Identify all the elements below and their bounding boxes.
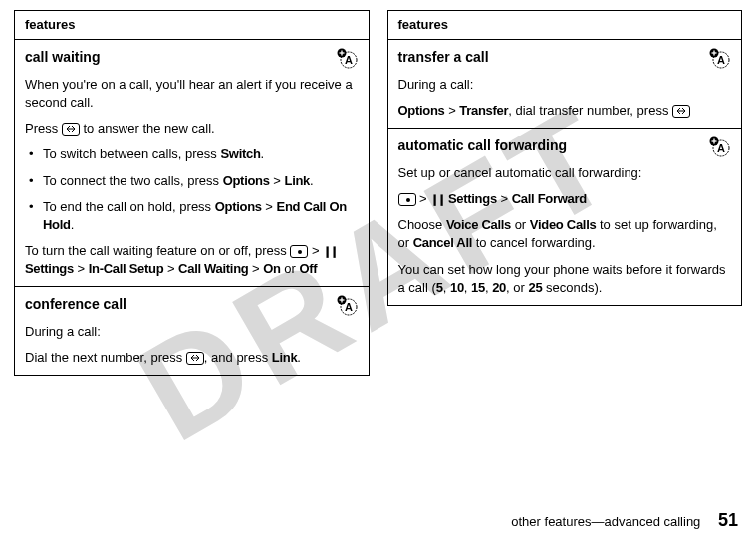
callforward-label: Call Forward xyxy=(512,191,587,206)
acf-p4: You can set how long your phone waits be… xyxy=(398,261,732,297)
tr-p1: During a call: xyxy=(398,76,732,94)
text: Dial the next number, press xyxy=(25,350,186,365)
text: or xyxy=(511,217,530,232)
text: to answer the new call. xyxy=(80,121,215,136)
text: to cancel forwarding. xyxy=(472,235,596,250)
settings-label: Settings xyxy=(25,261,74,276)
num: 10 xyxy=(450,280,464,295)
text: > xyxy=(270,173,285,188)
text: seconds). xyxy=(542,280,602,295)
cw-bullet-3: To end the call on hold, press Options >… xyxy=(43,198,359,234)
transfer-label: Transfer xyxy=(459,103,508,118)
text: > xyxy=(248,261,263,276)
num: 20 xyxy=(492,280,506,295)
text: > xyxy=(308,243,323,258)
acf-p1: Set up or cancel automatic call forwardi… xyxy=(398,164,732,182)
cw-p2: Press to answer the new call. xyxy=(25,120,359,137)
settings-label: Settings xyxy=(448,191,497,206)
incall-label: In-Call Setup xyxy=(89,261,164,276)
feature-badge-icon: A xyxy=(337,48,359,75)
send-key-icon xyxy=(186,352,204,365)
text: . xyxy=(71,217,75,232)
text: . xyxy=(261,146,265,161)
table-header-left: features xyxy=(15,11,370,40)
cell-acf: A automatic call forwarding Set up or ca… xyxy=(387,129,742,306)
center-key-icon xyxy=(398,193,416,206)
text: To turn the call waiting feature on or o… xyxy=(25,243,290,258)
center-key-icon xyxy=(290,245,308,258)
options-label: Options xyxy=(398,103,445,118)
options-label: Options xyxy=(215,199,262,214)
text: , and press xyxy=(204,350,272,365)
features-table-left: features A call waiting xyxy=(14,10,370,376)
text: > xyxy=(74,261,89,276)
acf-p2: > ❙❙ Settings > Call Forward xyxy=(398,190,732,208)
conf-p2: Dial the next number, press , and press … xyxy=(25,349,359,367)
link-label: Link xyxy=(272,350,298,365)
num: 5 xyxy=(436,280,443,295)
text: > xyxy=(445,103,460,118)
footer-text: other features—advanced calling xyxy=(511,514,700,529)
cw-bullet-2: To connect the two calls, press Options … xyxy=(43,172,359,190)
svg-text:A: A xyxy=(345,54,353,66)
off-label: Off xyxy=(300,261,318,276)
link-label: Link xyxy=(285,173,311,188)
feature-badge-icon: A xyxy=(709,136,731,163)
text: , xyxy=(443,280,450,295)
on-label: On xyxy=(263,261,280,276)
text: . xyxy=(310,173,314,188)
cell-transfer: A transfer a call During a call: Options… xyxy=(387,40,742,129)
cell-conference-call: A conference call During a call: Dial th… xyxy=(15,287,370,376)
right-column: features A transfer a call xyxy=(387,10,743,376)
svg-text:A: A xyxy=(345,301,353,313)
text: or xyxy=(281,261,300,276)
feature-badge-icon: A xyxy=(709,48,731,75)
cw-p3: To turn the call waiting feature on or o… xyxy=(25,242,359,278)
page-number: 51 xyxy=(718,510,738,530)
text: > xyxy=(163,261,178,276)
text: Choose xyxy=(398,217,446,232)
text: > xyxy=(416,191,431,206)
acf-title: automatic call forwarding xyxy=(398,136,732,156)
svg-text:A: A xyxy=(717,142,725,154)
text: > xyxy=(497,191,512,206)
send-key-icon xyxy=(672,105,690,118)
text: To end the call on hold, press xyxy=(43,199,215,214)
options-label: Options xyxy=(223,173,270,188)
send-key-icon xyxy=(62,123,80,136)
callwaiting-label: Call Waiting xyxy=(178,261,248,276)
num: 15 xyxy=(471,280,485,295)
transfer-title: transfer a call xyxy=(398,48,732,68)
num: 25 xyxy=(528,280,542,295)
cell-call-waiting: A call waiting When you're on a call, yo… xyxy=(15,40,370,287)
cw-p1: When you're on a call, you'll hear an al… xyxy=(25,76,359,112)
tr-p2: Options > Transfer, dial transfer number… xyxy=(398,102,732,120)
text: > xyxy=(262,199,277,214)
left-column: features A call waiting xyxy=(14,10,370,376)
acf-p3: Choose Voice Calls or Video Calls to set… xyxy=(398,216,732,252)
call-waiting-title: call waiting xyxy=(25,48,359,68)
text: To switch between calls, press xyxy=(43,146,220,161)
conf-p1: During a call: xyxy=(25,323,359,341)
text: , xyxy=(464,280,471,295)
text: To connect the two calls, press xyxy=(43,173,223,188)
voicecalls-label: Voice Calls xyxy=(446,217,511,232)
text: , or xyxy=(506,280,528,295)
page-footer: other features—advanced calling 51 xyxy=(511,508,738,533)
feature-badge-icon: A xyxy=(337,295,359,322)
settings-icon: ❙❙ xyxy=(430,192,444,207)
text: . xyxy=(297,350,301,365)
table-header-right: features xyxy=(387,11,742,40)
text: Press xyxy=(25,121,62,136)
text: , dial transfer number, press xyxy=(508,103,672,118)
svg-text:A: A xyxy=(717,54,725,66)
features-table-right: features A transfer a call xyxy=(387,10,743,306)
settings-icon: ❙❙ xyxy=(323,244,337,259)
switch-label: Switch xyxy=(220,146,260,161)
videocalls-label: Video Calls xyxy=(530,217,597,232)
cw-bullet-1: To switch between calls, press Switch. xyxy=(43,145,359,163)
conference-title: conference call xyxy=(25,295,359,315)
cancelall-label: Cancel All xyxy=(413,235,472,250)
